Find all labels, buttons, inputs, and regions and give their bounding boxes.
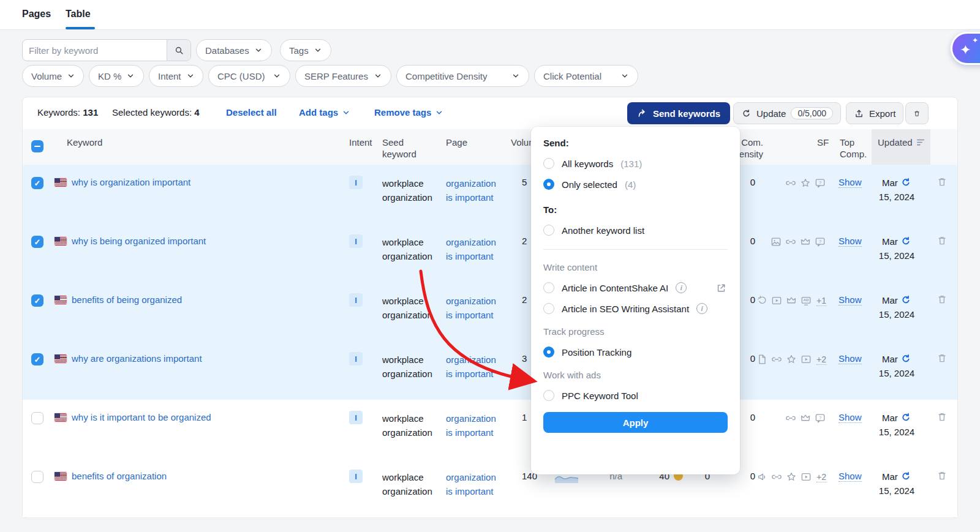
option-only-selected[interactable]: Only selected (4) [543,179,728,190]
more-serp-features-badge[interactable]: +2 [816,354,826,365]
col-seed-keyword[interactable]: Seed keyword [382,137,420,160]
filter-label: Competitive Density [405,71,507,81]
refresh-icon[interactable] [900,177,911,188]
crown-icon [799,236,812,248]
more-serp-features-badge[interactable]: +1 [816,296,826,306]
add-tags-dropdown[interactable]: Add tags [299,107,350,118]
option-label: Position Tracking [562,347,631,358]
option-all-keywords[interactable]: All keywords (131) [543,158,728,169]
search-button[interactable] [167,40,190,61]
radio-selected-icon [543,347,554,358]
option-position-tracking[interactable]: Position Tracking [543,347,728,358]
filter-cpc-usd-[interactable]: CPC (USD) [208,65,290,87]
instant-answer-icon [756,294,768,307]
show-top-comp-link[interactable]: Show [839,471,862,482]
filter-kd-[interactable]: KD % [89,65,144,87]
show-top-comp-link[interactable]: Show [839,236,862,247]
option-seo-writing-assistant[interactable]: Article in SEO Writing Assistant i [543,303,728,314]
export-button[interactable]: Export [846,102,903,124]
link-icon [785,236,797,248]
row-checkbox[interactable] [31,412,43,424]
tab-pages[interactable]: Pages [22,9,51,20]
delete-row-button[interactable] [937,411,948,422]
send-keywords-popover: Send: All keywords (131) Only selected (… [531,127,740,474]
keyword-link[interactable]: benefits of being organized [72,294,182,305]
ai-assistant-button[interactable]: ✦ ✦ [951,32,980,65]
col-updated[interactable]: Updated [878,137,925,148]
chevron-down-icon [126,72,135,80]
tags-dropdown[interactable]: Tags [280,39,331,61]
send-keywords-button[interactable]: Send keywords [627,102,730,124]
refresh-icon[interactable] [900,353,911,364]
external-link-icon[interactable] [716,283,726,293]
filter-serp-features[interactable]: SERP Features [295,65,391,87]
page-link[interactable]: organization is important [446,353,505,381]
keyword-link[interactable]: benefits of organization [72,471,167,481]
refresh-icon[interactable] [900,471,911,482]
chevron-down-icon [186,72,195,80]
page-link[interactable]: organization is important [446,294,505,322]
col-intent[interactable]: Intent [349,137,372,148]
link-icon [771,353,783,365]
delete-row-button[interactable] [937,470,948,481]
star-icon [785,471,797,483]
option-label: Only selected [562,179,617,190]
row-checkbox[interactable] [31,471,43,483]
update-button[interactable]: Update 0/5,000 [733,102,841,124]
option-another-keyword-list[interactable]: Another keyword list [543,225,728,236]
delete-row-button[interactable] [937,176,948,187]
page-link[interactable]: organization is important [446,176,505,204]
delete-keywords-button[interactable] [905,102,929,124]
chevron-down-icon [620,72,629,80]
us-flag-icon [55,354,67,363]
option-contentshake[interactable]: Article in ContentShake AI i [543,282,728,293]
info-icon[interactable]: i [676,282,687,293]
col-sf[interactable]: SF [817,137,829,148]
filter-click-potential[interactable]: Click Potential [534,65,638,87]
show-top-comp-link[interactable]: Show [839,353,862,364]
filter-intent[interactable]: Intent [149,65,203,87]
deselect-all-link[interactable]: Deselect all [226,107,277,118]
databases-dropdown[interactable]: Databases [196,39,272,61]
keyword-filter-input[interactable] [23,45,167,56]
refresh-icon[interactable] [900,412,911,423]
video-icon [800,471,812,483]
show-top-comp-link[interactable]: Show [839,412,862,423]
keyword-link[interactable]: why is being organized important [72,236,206,246]
delete-row-button[interactable] [937,353,948,364]
more-serp-features-badge[interactable]: +2 [816,472,826,482]
select-all-checkbox[interactable] [31,140,43,152]
refresh-icon[interactable] [900,236,911,247]
row-checkbox[interactable]: ✓ [31,177,43,189]
link-icon [771,471,783,483]
show-top-comp-link[interactable]: Show [839,294,862,305]
row-checkbox[interactable]: ✓ [31,353,43,365]
row-checkbox[interactable]: ✓ [31,236,43,248]
filter-competitive-density[interactable]: Competitive Density [396,65,529,87]
col-top-comp[interactable]: Top Comp. [840,137,872,160]
delete-row-button[interactable] [937,235,948,246]
row-checkbox[interactable]: ✓ [31,294,43,307]
option-ppc-keyword-tool[interactable]: PPC Keyword Tool [543,390,728,401]
refresh-icon[interactable] [900,294,911,305]
page-link[interactable]: organization is important [446,235,505,263]
serp-features-cell: ? [760,412,826,424]
keyword-link[interactable]: why is organization important [72,177,190,187]
delete-row-button[interactable] [937,294,948,305]
serp-features-cell: AD+1 [760,294,826,307]
tab-table[interactable]: Table [66,9,91,20]
apply-button[interactable]: Apply [543,412,728,433]
remove-tags-dropdown[interactable]: Remove tags [374,107,443,118]
page-link[interactable]: organization is important [446,411,505,440]
link-icon [785,177,797,189]
col-keyword[interactable]: Keyword [67,137,102,148]
filter-volume[interactable]: Volume [22,65,84,87]
col-page[interactable]: Page [446,137,467,148]
show-top-comp-link[interactable]: Show [839,177,862,188]
page-link[interactable]: organization is important [446,470,505,498]
info-icon[interactable]: i [696,303,707,314]
send-section-title: Send: [543,138,728,148]
keyword-link[interactable]: why are organizations important [72,353,202,364]
serp-features-cell: +2 [760,471,826,483]
keyword-link[interactable]: why is it important to be organized [72,412,211,422]
